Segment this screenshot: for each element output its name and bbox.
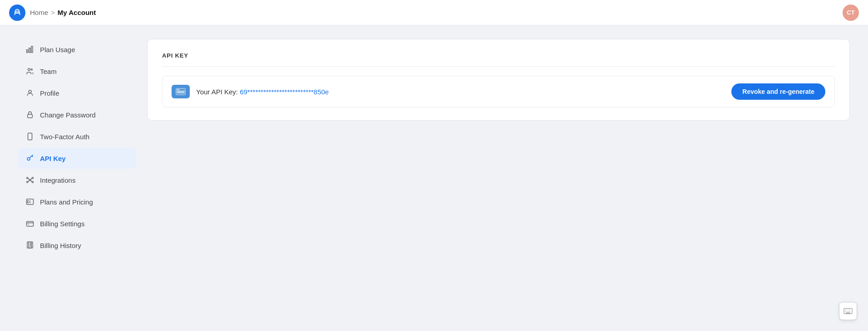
sidebar-item-plan-usage[interactable]: Plan Usage (18, 39, 136, 60)
sidebar-label-team: Team (40, 68, 57, 75)
svg-point-17 (32, 181, 34, 183)
topnav-left: Home > My Account (9, 5, 96, 21)
svg-line-16 (28, 180, 30, 182)
sidebar-item-change-password[interactable]: Change Password (18, 104, 136, 125)
billing-settings-icon (25, 219, 35, 228)
svg-point-13 (32, 177, 34, 179)
api-key-left: Your API Key: 69************************… (172, 85, 329, 98)
sidebar-item-team[interactable]: Team (18, 61, 136, 82)
svg-line-14 (31, 178, 32, 180)
api-key-icon (172, 85, 190, 98)
logo[interactable] (9, 5, 25, 21)
svg-point-3 (28, 68, 30, 71)
key-icon (25, 154, 35, 163)
phone-icon (25, 132, 35, 141)
revoke-regenerate-button[interactable]: Revoke and re-generate (731, 83, 825, 100)
svg-rect-2 (31, 46, 33, 53)
svg-rect-21 (27, 222, 34, 227)
api-key-row: Your API Key: 69************************… (162, 76, 835, 107)
api-key-text: Your API Key: 69************************… (196, 88, 329, 96)
billing-history-icon (25, 241, 35, 250)
card-title: API KEY (162, 52, 835, 67)
sidebar-item-plans-pricing[interactable]: Plans and Pricing (18, 191, 136, 212)
api-key-card: API KEY Your API Key: 69**************** (147, 39, 850, 121)
svg-point-5 (29, 90, 31, 93)
integrations-icon (25, 175, 35, 185)
svg-point-15 (27, 181, 28, 183)
team-icon (25, 67, 35, 76)
svg-point-9 (27, 158, 30, 161)
lock-icon (25, 110, 35, 119)
svg-rect-6 (28, 114, 33, 118)
breadcrumb-home[interactable]: Home (30, 9, 48, 16)
topnav: Home > My Account CT (0, 0, 868, 25)
breadcrumb-separator: > (51, 9, 55, 16)
avatar[interactable]: CT (843, 5, 859, 21)
svg-rect-1 (29, 48, 30, 53)
sidebar-item-api-key[interactable]: API Key (18, 148, 136, 169)
sidebar-item-profile[interactable]: Profile (18, 83, 136, 103)
sidebar-label-billing-history: Billing History (40, 242, 81, 249)
sidebar-label-change-password: Change Password (40, 111, 96, 119)
sidebar-label-billing-settings: Billing Settings (40, 220, 84, 228)
keyboard-icon-button[interactable] (839, 302, 857, 320)
sidebar-item-integrations[interactable]: Integrations (18, 170, 136, 190)
sidebar-label-profile: Profile (40, 89, 59, 97)
pricing-icon (25, 197, 35, 206)
sidebar-label-two-factor: Two-Factor Auth (40, 133, 89, 141)
sidebar-label-api-key: API Key (40, 155, 66, 162)
chart-icon (25, 45, 35, 54)
sidebar-label-plan-usage: Plan Usage (40, 46, 75, 54)
sidebar-item-two-factor[interactable]: Two-Factor Auth (18, 126, 136, 147)
svg-point-4 (31, 69, 32, 70)
api-key-label: Your API Key: (196, 88, 238, 96)
sidebar-item-billing-settings[interactable]: Billing Settings (18, 213, 136, 234)
page-layout: Plan Usage Team Profile (0, 25, 868, 331)
api-key-value: 69*************************850e (240, 88, 329, 96)
breadcrumb-current: My Account (58, 9, 96, 16)
svg-rect-31 (177, 91, 184, 92)
profile-icon (25, 88, 35, 97)
svg-rect-30 (177, 89, 179, 90)
svg-line-12 (28, 178, 30, 180)
svg-point-10 (30, 180, 31, 181)
svg-rect-7 (28, 133, 32, 140)
svg-line-18 (31, 180, 32, 182)
breadcrumb: Home > My Account (30, 9, 96, 16)
svg-rect-32 (177, 92, 184, 93)
main-content: API KEY Your API Key: 69**************** (147, 39, 850, 317)
sidebar-item-billing-history[interactable]: Billing History (18, 235, 136, 256)
sidebar-label-plans-pricing: Plans and Pricing (40, 198, 93, 206)
svg-rect-0 (27, 50, 28, 53)
svg-point-11 (27, 177, 28, 179)
sidebar: Plan Usage Team Profile (18, 39, 136, 317)
sidebar-label-integrations: Integrations (40, 176, 75, 184)
